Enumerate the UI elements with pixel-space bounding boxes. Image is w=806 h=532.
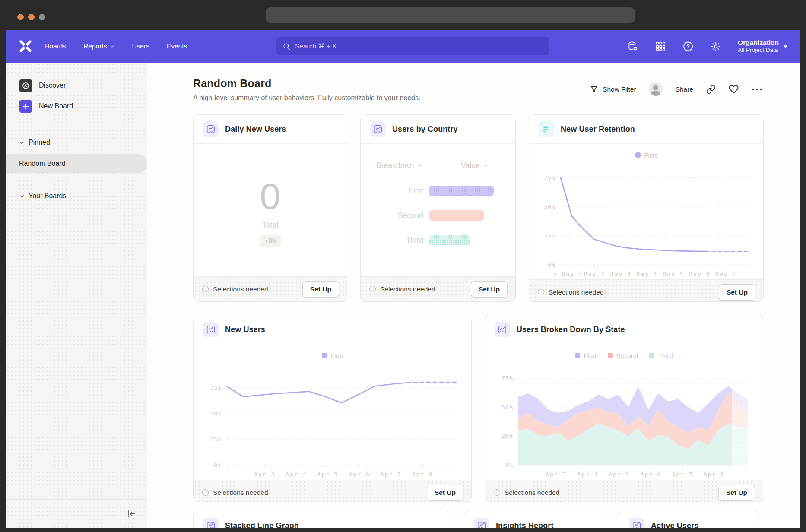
plus-icon: [19, 100, 32, 113]
status-selections-needed: Selections needed: [538, 288, 604, 296]
discover-label: Discover: [39, 82, 66, 89]
svg-text:Apr 5: Apr 5: [317, 471, 338, 478]
traffic-lights[interactable]: [17, 14, 45, 20]
svg-text:?: ?: [686, 43, 690, 49]
global-search[interactable]: Search ⌘ + K: [276, 37, 549, 55]
card-new-users: New Users First 75%50%25%0%Apr 3Apr 4Apr…: [193, 315, 472, 502]
nav-users-label: Users: [132, 42, 149, 50]
breakdown-dropdown: Breakdown: [376, 161, 423, 170]
filter-funnel-icon: [590, 85, 598, 93]
org-project: All Project Data: [738, 47, 779, 54]
country-bars: First Second Third: [361, 186, 515, 245]
card-insights-report: Insights Report: [464, 511, 606, 528]
show-filter-button[interactable]: Show Filter: [590, 85, 636, 93]
set-up-button[interactable]: Set Up: [427, 484, 463, 501]
nav-item-users[interactable]: Users: [132, 42, 149, 50]
set-up-button[interactable]: Set Up: [302, 281, 339, 298]
line-chart-icon: [203, 121, 219, 137]
card-title: Stacked Line Graph: [225, 521, 299, 529]
card-title: Daily New Users: [225, 125, 286, 134]
svg-text:Apr 8: Apr 8: [412, 471, 433, 478]
status-selections-needed: Selections needed: [369, 285, 435, 293]
card-title: New User Retention: [561, 125, 635, 134]
sidebar-item-new-board[interactable]: New Board: [6, 99, 147, 114]
value-dropdown: Value: [461, 161, 489, 170]
nav-events-label: Events: [167, 42, 187, 50]
line-chart-icon: [203, 322, 219, 337]
mixpanel-logo[interactable]: [18, 39, 33, 54]
nav-item-boards[interactable]: Boards: [45, 42, 66, 50]
line-chart-icon: [495, 322, 510, 337]
status-selections-needed: Selections needed: [494, 489, 560, 497]
line-chart-preview: First 75%50%25%0%Apr 3Apr 4Apr 5Apr 6Apr…: [194, 344, 471, 480]
svg-text:Apr 3: Apr 3: [254, 471, 275, 478]
sidebar-section-your-boards[interactable]: Your Boards: [6, 190, 147, 203]
svg-text:Apr 7: Apr 7: [672, 471, 693, 478]
app-window: Boards Reports Users Events Search ⌘ + K: [6, 30, 800, 528]
copy-link-icon[interactable]: [706, 85, 716, 94]
empty-status-icon: [369, 286, 376, 292]
address-bar[interactable]: [266, 7, 635, 23]
card-title: Active Users: [651, 521, 698, 529]
org-switcher[interactable]: Organization All Project Data: [738, 38, 788, 54]
navbar-right: ? Organization All Project Data: [627, 38, 788, 54]
metric-value: 0: [260, 177, 281, 215]
svg-text:25%: 25%: [501, 433, 513, 439]
window-titlebar: [0, 0, 806, 30]
apps-grid-icon[interactable]: [655, 41, 666, 52]
primary-nav: Boards Reports Users Events: [45, 42, 187, 50]
svg-text:Day 3: Day 3: [610, 271, 631, 277]
window-zoom-button[interactable]: [39, 14, 45, 20]
nav-item-events[interactable]: Events: [167, 42, 187, 50]
stacked-area-chart: 75%50%25%0%Apr 3Apr 4Apr 5Apr 6Apr 7Apr …: [492, 361, 756, 480]
sidebar-item-random-board[interactable]: Random Board: [6, 154, 147, 173]
window-minimize-button[interactable]: [28, 14, 35, 20]
pinned-label: Pinned: [29, 139, 50, 146]
svg-text:0%: 0%: [214, 462, 222, 469]
svg-text:Apr 4: Apr 4: [577, 471, 598, 478]
empty-status-icon: [202, 489, 209, 496]
empty-status-icon: [494, 489, 500, 496]
legend-swatch: [649, 353, 654, 358]
svg-text:75%: 75%: [210, 384, 221, 391]
svg-text:Apr 5: Apr 5: [609, 471, 630, 478]
random-board-label: Random Board: [19, 160, 66, 168]
card-title: Users by Country: [392, 125, 458, 134]
set-up-button[interactable]: Set Up: [719, 284, 755, 301]
window-close-button[interactable]: [17, 14, 24, 20]
retention-grid-icon: [539, 121, 554, 137]
settings-gear-icon[interactable]: [710, 41, 721, 52]
card-title: Users Broken Down By State: [517, 325, 625, 334]
favorite-heart-icon[interactable]: [729, 84, 739, 94]
collapse-sidebar-icon[interactable]: [126, 509, 136, 519]
legend-swatch: [575, 353, 580, 358]
status-selections-needed: Selections needed: [202, 489, 268, 497]
page-title: Random Board: [193, 77, 420, 90]
status-selections-needed: Selections needed: [202, 285, 268, 293]
metric-preview: 0 Total ↑0%: [194, 144, 347, 276]
card-title: Insights Report: [496, 521, 554, 529]
svg-text:Day 6: Day 6: [689, 271, 710, 277]
share-button[interactable]: Share: [676, 86, 693, 93]
set-up-button[interactable]: Set Up: [718, 484, 755, 501]
help-icon[interactable]: ?: [682, 41, 694, 52]
chevron-down-icon: [418, 164, 423, 168]
set-up-button[interactable]: Set Up: [471, 281, 508, 298]
sidebar-section-pinned[interactable]: Pinned: [6, 136, 147, 149]
sidebar-item-discover[interactable]: Discover: [6, 78, 147, 93]
avatar[interactable]: [649, 82, 663, 96]
card-active-users: Active Users: [619, 511, 759, 528]
your-boards-label: Your Boards: [29, 192, 66, 200]
sidebar-footer: [6, 499, 147, 528]
svg-text:0%: 0%: [505, 462, 513, 469]
nav-item-reports[interactable]: Reports: [83, 42, 114, 50]
org-name: Organization: [738, 38, 779, 47]
bar-third: [429, 235, 470, 245]
retention-line-chart: 75%50%25%0%< Day 1Day 2Day 3Day 4Day 5Da…: [535, 160, 758, 279]
nav-reports-label: Reports: [83, 42, 107, 50]
more-options-icon[interactable]: [752, 87, 763, 92]
svg-text:25%: 25%: [544, 232, 555, 239]
card-daily-new-users: Daily New Users 0 Total ↑0% Selections n…: [193, 114, 347, 302]
show-filter-label: Show Filter: [603, 86, 636, 93]
data-management-icon[interactable]: [627, 41, 638, 52]
